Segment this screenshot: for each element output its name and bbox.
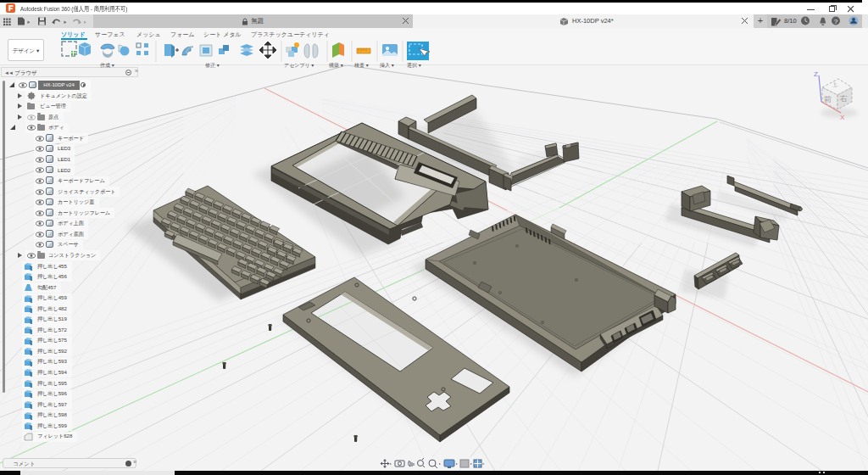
svg-text:右: 右 bbox=[839, 94, 848, 103]
svg-text:X: X bbox=[840, 114, 845, 121]
svg-text:Z: Z bbox=[814, 70, 818, 78]
svg-text:前: 前 bbox=[824, 95, 832, 103]
svg-text:?: ? bbox=[834, 18, 838, 25]
